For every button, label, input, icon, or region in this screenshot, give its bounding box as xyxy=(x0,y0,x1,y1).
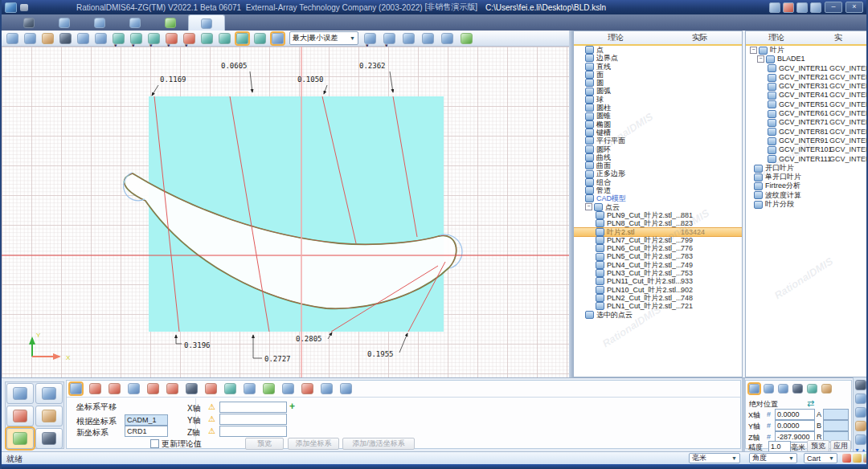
tree-item[interactable]: GCV_INTER51 GCV_INTER51 xyxy=(746,100,868,109)
tree-item[interactable]: 叶片分段 xyxy=(746,200,868,209)
close-button[interactable]: × xyxy=(845,2,863,13)
tree-item[interactable]: GCV_INTER81 GCV_INTER81 xyxy=(746,128,868,137)
position-preview-button[interactable]: 预览 xyxy=(807,440,829,452)
angle-unit-dropdown[interactable]: 角度▼ xyxy=(749,453,797,463)
expander-icon[interactable] xyxy=(757,55,764,63)
tree-item[interactable]: Firtree分析 xyxy=(746,181,868,190)
csys-toolbar-icon[interactable] xyxy=(301,383,313,394)
title-mini-icon[interactable] xyxy=(783,2,794,13)
mode-button[interactable] xyxy=(6,428,34,449)
tree-item[interactable]: GCV_INTER101 GCV_INTER101 xyxy=(746,145,868,154)
theory-column-header[interactable]: 理论 xyxy=(746,32,808,43)
error-mode-dropdown[interactable]: 最大|最小误差 ▼ xyxy=(289,31,358,45)
toolbar-icon[interactable] xyxy=(383,33,395,44)
csys-toolbar-icon[interactable] xyxy=(128,383,140,394)
tree-item[interactable]: 圆柱 xyxy=(574,104,742,112)
add-activate-csys-button[interactable]: 添加/激活坐标系 xyxy=(342,438,415,450)
apply-button[interactable]: 应用 xyxy=(830,440,851,452)
side-strip-icon[interactable] xyxy=(855,380,866,390)
step-icon[interactable]: # xyxy=(767,410,771,418)
tree-item[interactable]: BLADE1 xyxy=(746,55,868,63)
ribbon-tab[interactable] xyxy=(82,14,117,31)
new-csys-input[interactable]: CRD1 xyxy=(125,426,168,437)
tree-item[interactable]: PLN11_Cut_叶片2.stl... 933 xyxy=(574,277,742,285)
tree-item[interactable]: GCV_INTER111 GCV_INTER111 xyxy=(746,155,868,164)
ribbon-tab[interactable] xyxy=(47,14,82,31)
toolbar-icon[interactable] xyxy=(403,33,415,44)
ribbon-tab[interactable] xyxy=(117,14,153,31)
tree-item[interactable]: 点 xyxy=(574,46,742,54)
mode-button[interactable] xyxy=(35,428,63,449)
expander-icon[interactable] xyxy=(750,47,757,54)
add-csys-button[interactable]: 添加坐标系 xyxy=(288,438,339,450)
actual-column-header[interactable]: 实际 xyxy=(658,32,743,43)
tree-item[interactable]: GCV_INTER11 GCV_INTER11 xyxy=(746,64,868,73)
graphics-viewport[interactable]: 0.11690.06050.10500.23620.31960.27270.28… xyxy=(2,47,569,377)
tree-item[interactable]: GCV_INTER31 GCV_INTER31 xyxy=(746,82,868,91)
toolbar-icon[interactable] xyxy=(148,33,160,44)
tree-item[interactable]: CAD模型 xyxy=(574,194,742,202)
toolbar-icon[interactable] xyxy=(6,33,18,44)
precision-input[interactable]: 1.0 xyxy=(768,441,791,452)
tree-item[interactable]: 圆弧 xyxy=(574,87,742,95)
side-strip-icon[interactable] xyxy=(855,394,866,404)
toolbar-icon[interactable] xyxy=(461,33,473,44)
position-toolbar-icon[interactable] xyxy=(807,384,817,394)
expander-icon[interactable] xyxy=(585,203,592,210)
tree-item[interactable]: PLN6_Cut_叶片2.stl_... 776 xyxy=(574,244,742,252)
x-axis-input[interactable] xyxy=(219,402,287,413)
mode-button[interactable] xyxy=(35,383,63,404)
csys-toolbar-icon[interactable] xyxy=(186,383,198,394)
tree-item[interactable]: PLN8_Cut_叶片2.stl_... 823 xyxy=(574,219,742,227)
tree-item[interactable]: 单开口叶片 xyxy=(746,173,868,181)
toolbar-icon[interactable] xyxy=(166,33,178,44)
side-strip-icon[interactable] xyxy=(855,407,866,418)
tree-item[interactable]: 曲线 xyxy=(574,153,742,161)
toolbar-icon[interactable] xyxy=(24,33,36,44)
tree-item[interactable]: 点云 xyxy=(574,203,742,211)
tree-item[interactable]: 边界点 xyxy=(574,54,742,62)
toolbar-icon[interactable] xyxy=(272,33,284,44)
side-strip-icon[interactable] xyxy=(855,434,866,445)
tree-item[interactable]: PLN3_Cut_叶片2.stl_... 753 xyxy=(574,269,742,277)
preview-button[interactable]: 预览 xyxy=(245,438,284,450)
toolbar-icon[interactable] xyxy=(219,33,231,44)
position-toolbar-icon[interactable] xyxy=(792,384,803,394)
tree-item[interactable]: 面 xyxy=(574,71,742,79)
alarm-icon[interactable] xyxy=(842,454,851,463)
csys-toolbar-icon[interactable] xyxy=(340,383,352,394)
tree-item[interactable]: 直线 xyxy=(574,63,742,71)
swap-axes-icon[interactable]: ⇄ xyxy=(807,398,814,409)
toolbar-icon[interactable] xyxy=(364,33,376,44)
connection-icon[interactable] xyxy=(863,454,868,463)
pos-b-value[interactable] xyxy=(823,420,849,431)
position-toolbar-icon[interactable] xyxy=(749,384,760,394)
tree-item[interactable]: 正多边形 xyxy=(574,169,742,177)
y-axis-input[interactable] xyxy=(219,414,287,425)
toolbar-icon[interactable] xyxy=(201,33,213,44)
toolbar-icon[interactable] xyxy=(95,33,107,44)
position-toolbar-icon[interactable] xyxy=(821,384,832,394)
tree-item[interactable]: 叶片 xyxy=(746,46,868,55)
length-unit-dropdown[interactable]: 毫米▼ xyxy=(689,453,740,463)
update-theory-checkbox[interactable] xyxy=(150,439,159,448)
csys-toolbar-icon[interactable] xyxy=(70,383,82,394)
csys-toolbar-icon[interactable] xyxy=(244,383,256,394)
ribbon-tab[interactable] xyxy=(11,14,47,31)
theory-column-header[interactable]: 理论 xyxy=(574,32,658,43)
actual-column-header[interactable]: 实 xyxy=(808,32,868,43)
tree-item[interactable]: 球 xyxy=(574,96,742,104)
tree-item[interactable]: 选中的点云 xyxy=(574,311,742,319)
toolbar-icon[interactable] xyxy=(42,33,54,44)
csys-toolbar-icon[interactable] xyxy=(166,383,178,394)
csys-toolbar-icon[interactable] xyxy=(89,383,101,394)
minimize-button[interactable]: – xyxy=(825,2,842,13)
pos-x-value[interactable]: 0.0000 xyxy=(775,409,815,420)
title-mini-icon[interactable] xyxy=(796,2,808,13)
mode-button[interactable] xyxy=(6,406,34,426)
toolbar-icon[interactable] xyxy=(130,33,142,44)
tree-item[interactable]: 开口叶片 xyxy=(746,164,868,173)
tree-item[interactable]: PLN7_Cut_叶片2.stl_... 799 xyxy=(574,236,742,244)
csys-toolbar-icon[interactable] xyxy=(205,383,217,394)
toolbar-icon[interactable] xyxy=(422,33,434,44)
